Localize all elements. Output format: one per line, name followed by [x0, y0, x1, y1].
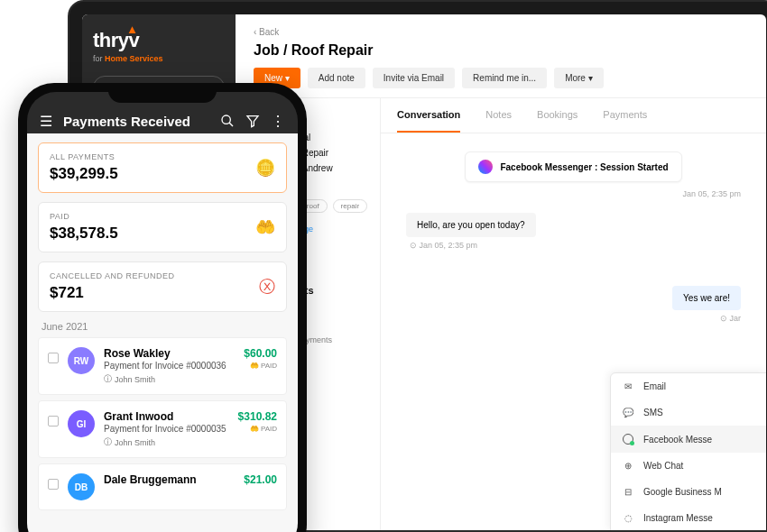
timestamp: Jan 05, 2:35 pm	[406, 189, 741, 198]
amount: $310.82	[238, 410, 277, 423]
svg-line-1	[229, 123, 233, 126]
tab-conversation[interactable]: Conversation	[397, 98, 460, 133]
messenger-icon	[478, 160, 493, 174]
tab-bookings[interactable]: Bookings	[537, 98, 578, 133]
status-badge: 🤲 PAID	[244, 362, 277, 370]
menu-icon[interactable]: ☰	[40, 113, 52, 130]
action-row: New ▾ Add note Invite via Email Remind m…	[254, 68, 748, 88]
card-label: ALL PAYMENTS	[50, 152, 275, 161]
month-header: June 2021	[42, 321, 283, 332]
payment-row[interactable]: RW Rose Wakley Payment for Invoice #0000…	[38, 337, 287, 395]
assigned-user: ⓘ John Smith	[104, 436, 229, 448]
logo-caret-icon: ▴	[129, 22, 135, 36]
checkbox[interactable]	[48, 479, 59, 490]
tab-payments[interactable]: Payments	[603, 98, 647, 133]
checkbox[interactable]	[48, 416, 59, 427]
avatar: DB	[68, 473, 95, 500]
tab-notes[interactable]: Notes	[485, 98, 512, 133]
svg-point-0	[222, 115, 230, 124]
channel-menu: ✉Email 💬SMS Facebook Messe ⊕Web Chat ⊟Go…	[610, 372, 766, 530]
instagram-icon: ◌	[622, 513, 634, 523]
msg-timestamp-right: ⊙ Jar	[406, 314, 741, 323]
card-all-payments[interactable]: ALL PAYMENTS $39,299.5 🪙	[38, 142, 287, 193]
phone-title: Payments Received	[63, 114, 209, 129]
coins-icon: 🪙	[255, 158, 275, 178]
invoice-ref: Payment for Invoice #0000036	[104, 361, 235, 371]
checkbox[interactable]	[48, 353, 59, 363]
more-button[interactable]: More ▾	[554, 68, 604, 88]
amount: $60.00	[244, 347, 277, 360]
sms-icon: 💬	[622, 408, 634, 417]
payment-row[interactable]: DB Dale Bruggemann $21.00	[38, 463, 287, 510]
invite-email-button[interactable]: Invite via Email	[373, 68, 455, 88]
card-label: CANCELLED AND REFUNDED	[50, 271, 275, 280]
menu-sms[interactable]: 💬SMS	[611, 399, 766, 426]
content-split: f Repair ype: Residential cription: Roof…	[236, 98, 766, 530]
card-value: $38,578.5	[50, 225, 275, 243]
menu-facebook[interactable]: Facebook Messe	[611, 426, 766, 453]
card-paid[interactable]: PAID $38,578.5 🤲	[38, 202, 287, 252]
amount: $21.00	[244, 473, 277, 486]
page-title: Job / Roof Repair	[254, 42, 748, 59]
remind-button[interactable]: Remind me in...	[462, 68, 547, 88]
menu-webchat[interactable]: ⊕Web Chat	[611, 453, 766, 479]
tab-bar: Conversation Notes Bookings Payments	[381, 98, 766, 133]
assigned-user: ⓘ John Smith	[104, 373, 235, 385]
add-note-button[interactable]: Add note	[308, 68, 365, 88]
invoice-ref: Payment for Invoice #0000035	[104, 424, 229, 434]
svg-marker-2	[247, 116, 258, 127]
payment-row[interactable]: GI Grant Inwood Payment for Invoice #000…	[38, 400, 287, 458]
main-pane: ‹ Back Job / Roof Repair New ▾ Add note …	[236, 14, 766, 530]
webchat-icon: ⊕	[622, 461, 634, 471]
tag[interactable]: repair	[333, 199, 367, 213]
phone-screen: ☰ Payments Received ⋮ ALL PAYMENTS $39,2…	[27, 92, 298, 532]
card-value: $39,299.5	[50, 165, 275, 183]
search-icon[interactable]	[220, 114, 235, 128]
menu-instagram[interactable]: ◌Instagram Messe	[611, 505, 766, 530]
msg-timestamp: ⊙ Jan 05, 2:35 pm	[410, 241, 741, 250]
outgoing-message: Yes we are!	[672, 286, 741, 310]
avatar: RW	[68, 347, 95, 374]
session-pill: Facebook Messenger : Session Started	[465, 151, 681, 182]
conversation-body: Facebook Messenger : Session Started Jan…	[381, 133, 766, 341]
payer-name: Dale Bruggemann	[104, 473, 235, 486]
card-value: $721	[50, 284, 275, 302]
card-cancelled[interactable]: CANCELLED AND REFUNDED $721 ⓧ	[38, 261, 287, 312]
brand-subtitle: for Home Services	[93, 54, 225, 63]
more-icon[interactable]: ⋮	[271, 113, 285, 130]
phone-header: ☰ Payments Received ⋮	[27, 92, 298, 133]
email-icon: ✉	[622, 381, 634, 391]
filter-icon[interactable]	[245, 114, 260, 128]
payer-name: Grant Inwood	[104, 410, 229, 423]
brand-logo: ▴ thryv	[93, 29, 225, 52]
cancel-icon: ⓧ	[259, 276, 275, 298]
back-link[interactable]: ‹ Back	[254, 27, 748, 37]
phone-frame: ☰ Payments Received ⋮ ALL PAYMENTS $39,2…	[18, 83, 307, 532]
hand-money-icon: 🤲	[255, 217, 275, 237]
avatar: GI	[68, 410, 95, 437]
header: ‹ Back Job / Roof Repair New ▾ Add note …	[236, 14, 766, 98]
payer-name: Rose Wakley	[104, 347, 235, 360]
status-badge: 🤲 PAID	[238, 425, 277, 433]
messenger-icon	[622, 434, 634, 445]
incoming-message: Hello, are you open today?	[406, 213, 536, 237]
card-label: PAID	[50, 212, 275, 221]
phone-body: ALL PAYMENTS $39,299.5 🪙 PAID $38,578.5 …	[27, 133, 298, 532]
session-label: Facebook Messenger : Session Started	[500, 162, 668, 172]
google-icon: ⊟	[622, 487, 634, 497]
menu-google[interactable]: ⊟Google Business M	[611, 479, 766, 505]
menu-email[interactable]: ✉Email	[611, 373, 766, 399]
conversation-column: Conversation Notes Bookings Payments Fac…	[380, 98, 766, 530]
